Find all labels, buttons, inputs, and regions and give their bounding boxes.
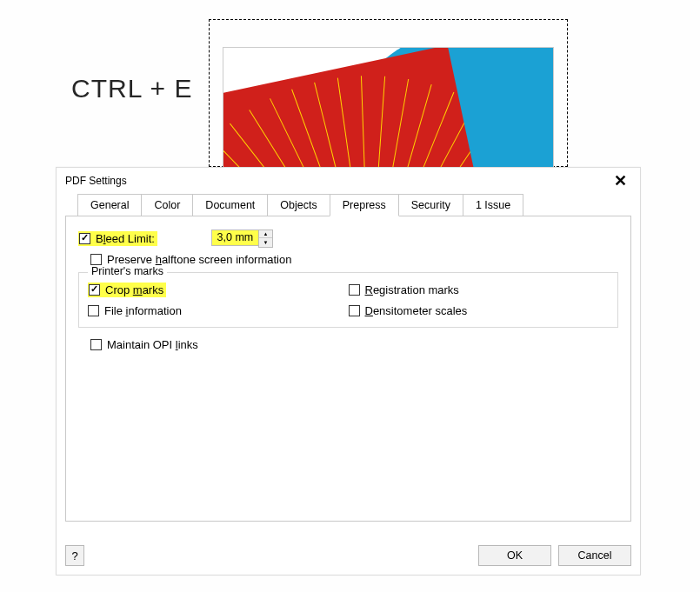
pdf-settings-dialog: PDF Settings ✕ General Color Document Ob… [56, 167, 641, 575]
cancel-button[interactable]: Cancel [558, 545, 631, 566]
registration-marks-checkbox[interactable] [349, 284, 360, 296]
crop-marks-label: Crop marks [105, 283, 163, 296]
densitometer-label: Densitometer scales [365, 304, 468, 317]
bleed-limit-highlight: Bleed Limit: [78, 231, 157, 246]
tab-security[interactable]: Security [398, 194, 463, 216]
tab-issues[interactable]: 1 Issue [463, 194, 523, 216]
registration-marks-label: Registration marks [365, 283, 459, 296]
bleed-limit-label: Bleed Limit: [96, 232, 155, 245]
tab-color[interactable]: Color [141, 194, 193, 216]
maintain-opi-label: Maintain OPI links [107, 338, 198, 351]
printers-marks-columns: Crop marks File information [88, 280, 609, 322]
maintain-opi-checkbox[interactable] [90, 339, 102, 350]
tab-general[interactable]: General [77, 194, 142, 216]
bleed-limit-input[interactable] [211, 229, 258, 246]
file-info-checkbox[interactable] [88, 305, 99, 316]
tab-bar: General Color Document Objects Prepress … [77, 194, 631, 216]
tab-objects[interactable]: Objects [267, 194, 330, 216]
crop-marks-highlight: Crop marks [88, 283, 166, 297]
tab-prepress[interactable]: Prepress [330, 194, 399, 216]
file-info-row: File information [88, 301, 349, 320]
registration-marks-row: Registration marks [349, 280, 610, 299]
preserve-halftone-checkbox[interactable] [90, 254, 102, 265]
chevron-down-icon: ▼ [263, 240, 268, 245]
preserve-halftone-row: Preserve halftone screen information [90, 249, 618, 269]
shape-sunburst-rays [223, 47, 448, 99]
keyboard-hint: CTRL + E [71, 74, 192, 103]
printers-marks-col-right: Registration marks Densitometer scales [349, 280, 610, 322]
dialog-body: General Color Document Objects Prepress … [65, 194, 631, 535]
bleed-limit-row: Bleed Limit: ▲ ▼ [78, 229, 618, 248]
tab-document[interactable]: Document [192, 194, 268, 216]
dialog-title: PDF Settings [65, 175, 609, 187]
printers-marks-group: Printer's marks Crop marks [78, 272, 618, 328]
ok-button[interactable]: OK [478, 545, 551, 566]
close-button[interactable]: ✕ [609, 170, 631, 191]
file-info-label: File information [104, 304, 182, 317]
canvas-bleed-box [209, 19, 568, 167]
bleed-limit-checkbox[interactable] [79, 233, 90, 244]
titlebar: PDF Settings ✕ [57, 168, 640, 194]
maintain-opi-row: Maintain OPI links [90, 335, 618, 354]
densitometer-checkbox[interactable] [349, 305, 360, 316]
bleed-limit-up-button[interactable]: ▲ [259, 230, 272, 239]
crop-marks-checkbox[interactable] [89, 284, 100, 296]
chevron-up-icon: ▲ [263, 231, 268, 236]
help-button[interactable]: ? [65, 545, 84, 566]
printers-marks-legend: Printer's marks [88, 265, 167, 277]
dialog-footer: ? OK Cancel [65, 545, 631, 566]
crop-marks-row: Crop marks [88, 280, 349, 299]
printers-marks-col-left: Crop marks File information [88, 280, 349, 322]
bleed-limit-spinner: ▲ ▼ [211, 229, 273, 248]
bleed-limit-down-button[interactable]: ▼ [259, 238, 272, 247]
preserve-halftone-label: Preserve halftone screen information [107, 253, 291, 266]
close-icon: ✕ [614, 171, 627, 190]
densitometer-row: Densitometer scales [349, 301, 610, 320]
prepress-panel: Bleed Limit: ▲ ▼ Preserve halftone scree… [65, 216, 631, 522]
